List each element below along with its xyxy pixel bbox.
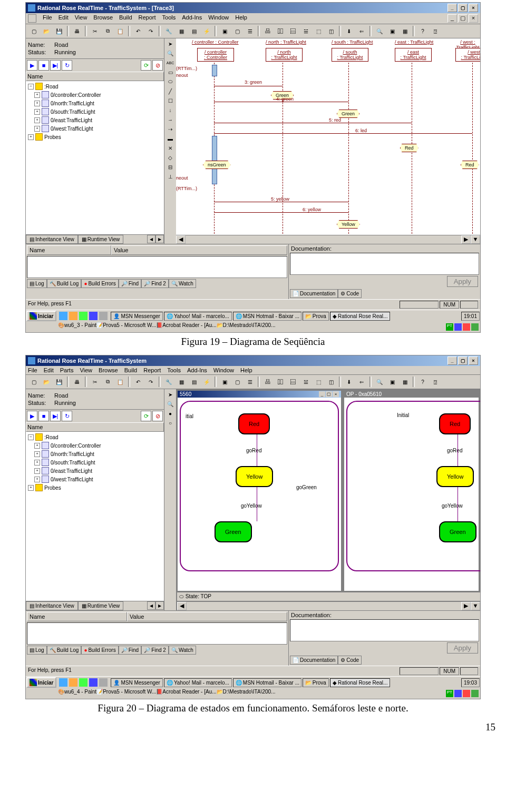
scroll-right-icon[interactable]: ▶ [155, 235, 164, 243]
new-icon[interactable]: ▢ [28, 376, 40, 388]
tree-probes[interactable]: Probes [44, 485, 61, 491]
lifeline-box[interactable]: / east: TrafficLight [395, 48, 432, 62]
separator-icon[interactable]: ⊟ [166, 163, 175, 171]
tree-item[interactable]: 0/east:TrafficLight [51, 468, 92, 474]
tree-item[interactable]: 0/east:TrafficLight [51, 117, 92, 123]
tree-item[interactable]: 0/controller:Controller [51, 92, 101, 98]
col-name[interactable]: Name [27, 612, 127, 621]
menu-edit[interactable]: Edit [44, 367, 54, 373]
taskbar-task[interactable]: 📂D:\Mestrado\ITA\200... [217, 689, 276, 698]
tree-root[interactable]: :Road [44, 84, 59, 90]
tree-item[interactable]: 0/west:TrafficLight [51, 126, 93, 132]
state-red[interactable]: Red [400, 144, 419, 152]
save-icon[interactable]: 💾 [53, 376, 65, 388]
col-value[interactable]: Value [111, 245, 287, 255]
taskbar-task[interactable]: 📂Prova [303, 312, 329, 321]
state-red[interactable]: Red [461, 161, 479, 169]
tab-documentation[interactable]: 📄 Documentation [290, 656, 338, 665]
print-icon[interactable]: 🖶 [71, 376, 83, 388]
watch-list[interactable] [27, 622, 287, 645]
hscrollbar[interactable]: ◀ ▶ ▼ [176, 235, 480, 244]
expander-icon[interactable]: + [28, 134, 34, 140]
expander-icon[interactable]: + [34, 460, 40, 466]
close-button[interactable]: × [333, 391, 339, 397]
ql-icon[interactable] [59, 678, 68, 687]
hscrollbar[interactable]: ◀ ▶ ▼ [177, 601, 480, 610]
zoom1-icon[interactable]: 🔍 [374, 376, 385, 388]
state-icon[interactable]: ◇ [166, 153, 175, 162]
state-green[interactable]: Green [439, 521, 476, 542]
view2-icon[interactable]: ▢ [231, 25, 243, 37]
copy-icon[interactable]: ⧉ [102, 376, 113, 388]
scroll-right-icon[interactable]: ▶ [461, 235, 471, 244]
tab-inheritance[interactable]: ▤Inheritance View [26, 601, 78, 610]
tab-code[interactable]: ⚙ Code [338, 656, 362, 665]
menu-report[interactable]: Report [143, 367, 161, 373]
cancel-button[interactable]: ⊘ [152, 60, 163, 71]
view1-icon[interactable]: ▣ [219, 25, 230, 37]
ql-icon[interactable] [59, 311, 68, 321]
refresh-button[interactable]: ⟳ [141, 411, 151, 421]
menu-edit[interactable]: Edit [59, 14, 69, 23]
tray-icon[interactable] [463, 690, 470, 697]
anchor-icon[interactable]: ⬭ [166, 77, 175, 86]
redo-icon[interactable]: ↷ [145, 376, 157, 388]
circle-icon[interactable]: ○ [166, 419, 175, 427]
tray-icon[interactable] [471, 690, 479, 697]
message-arrow[interactable] [214, 133, 472, 134]
diag2-icon[interactable]: ⿲ [275, 25, 286, 37]
tree-view[interactable]: −:Road +0/controller:Controller +0/north… [26, 432, 164, 601]
scroll-left-icon[interactable]: ◀ [147, 235, 155, 243]
taskbar-task[interactable]: 🌐MSN Hotmail - Baixar ... [233, 312, 301, 321]
state-window-2[interactable]: OP - 0xa05610 Initial Red goRed Yellow g… [344, 390, 479, 591]
menu-view[interactable]: View [80, 367, 92, 373]
mdi-close-button[interactable]: × [469, 14, 478, 23]
menu-addins[interactable]: Add-Ins [187, 367, 207, 373]
tree-view[interactable]: −:Road +0/controller:Controller +0/north… [26, 81, 164, 234]
save-icon[interactable]: 💾 [53, 25, 65, 37]
tool2-icon[interactable]: ▦ [176, 376, 187, 388]
loop-button[interactable]: ↻ [62, 60, 72, 71]
nav1-icon[interactable]: ⬇ [343, 25, 355, 37]
x-icon[interactable]: ✕ [166, 144, 175, 152]
tree-item[interactable]: 0/west:TrafficLight [51, 477, 93, 482]
tab-log[interactable]: ▤ Log [27, 646, 47, 655]
watch-list[interactable] [27, 256, 287, 278]
ql-icon[interactable] [99, 678, 108, 687]
expander-icon[interactable]: + [34, 101, 40, 106]
scroll-right-icon[interactable]: ▶ [155, 601, 164, 610]
tree-item[interactable]: 0/south:TrafficLight [51, 460, 95, 466]
nav2-icon[interactable]: ⇐ [356, 25, 367, 37]
play-button[interactable]: ▶ [27, 60, 37, 71]
arrow-down-icon[interactable]: ↓ [166, 106, 175, 114]
expander-icon[interactable]: + [34, 443, 40, 449]
menu-help[interactable]: Help [240, 367, 252, 373]
ql-icon[interactable] [69, 311, 78, 321]
state-yellow[interactable]: Yellow [436, 466, 474, 487]
help-icon[interactable]: ? [417, 25, 429, 37]
mdi-minimize-button[interactable]: _ [447, 14, 457, 23]
close-button[interactable]: × [469, 357, 478, 365]
diag4-icon[interactable]: ☱ [300, 376, 312, 388]
taskbar-task[interactable]: 📂D:\Mestrado\ITA\200... [217, 322, 276, 332]
diag2-icon[interactable]: ⿲ [275, 376, 286, 388]
state-red[interactable]: Red [238, 413, 270, 434]
state-icon[interactable]: ● [166, 409, 175, 418]
mdi-maximize-button[interactable]: ▢ [458, 14, 468, 23]
line-icon[interactable]: ╱ [166, 87, 175, 95]
nav1-icon[interactable]: ⬇ [343, 376, 355, 388]
taskbar-task[interactable]: 📝Prova5 - Microsoft W... [96, 689, 156, 698]
tray-icon[interactable]: PT [446, 323, 453, 331]
expander-icon[interactable]: − [28, 434, 34, 440]
play-button[interactable]: ▶ [27, 411, 37, 421]
block-icon[interactable]: ▬ [166, 134, 175, 143]
expander-icon[interactable]: − [28, 84, 34, 90]
tab-find[interactable]: 🔎 Find [119, 279, 141, 288]
menu-file[interactable]: File [28, 367, 37, 373]
ql-icon[interactable] [79, 311, 88, 321]
whatsthis-icon[interactable]: ⍰ [430, 376, 441, 388]
tool4-icon[interactable]: ⚡ [201, 376, 212, 388]
tab-log[interactable]: ▤ Log [27, 279, 47, 288]
state-red[interactable]: Red [439, 413, 471, 434]
expander-icon[interactable]: + [34, 109, 40, 115]
